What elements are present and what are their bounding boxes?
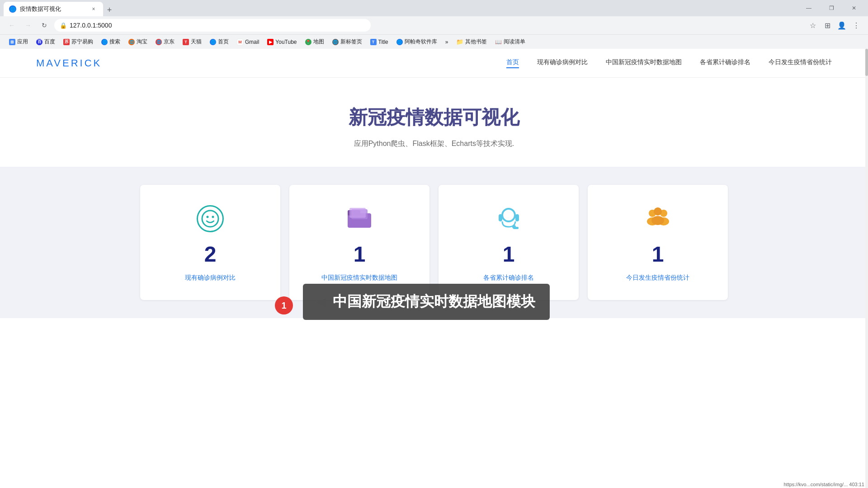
bookmark-readlist[interactable]: 📖 阅读清单 [491, 37, 529, 47]
svg-rect-11 [513, 227, 519, 229]
notification-badge: 1 [275, 296, 293, 314]
window-controls: — ❐ ✕ [798, 0, 864, 16]
scroll-thumb[interactable] [865, 49, 868, 76]
secure-icon: 🔒 [60, 22, 67, 29]
nav-rank[interactable]: 各省累计确诊排名 [700, 58, 750, 68]
apachi-favicon: 🌐 [396, 39, 403, 45]
card-rank[interactable]: 1 各省累计确诊排名 [439, 185, 579, 300]
bookmark-folder[interactable]: 📁 其他书签 [453, 37, 491, 47]
card-today-icon [642, 203, 674, 235]
forward-button[interactable]: → [22, 19, 34, 32]
bookmark-title-label: Title [378, 39, 388, 45]
bookmark-taobao[interactable]: 🌐 淘宝 [125, 37, 151, 47]
bookmark-search[interactable]: 🌐 搜索 [98, 37, 124, 47]
menu-button[interactable]: ⋮ [850, 19, 863, 32]
map-favicon: 📍 [305, 39, 311, 45]
bookmark-gmail-label: Gmail [245, 39, 259, 45]
nav-map[interactable]: 中国新冠疫情实时数据地图 [606, 58, 682, 68]
bookmark-suning-label: 苏宁易购 [71, 38, 93, 46]
extensions-button[interactable]: ⊞ [821, 19, 834, 32]
url-text: 127.0.0.1:5000 [70, 22, 112, 29]
bookmark-apps-label: 应用 [17, 38, 28, 46]
bookmark-youtube-label: YouTube [275, 39, 297, 45]
home-favicon: 🌐 [210, 39, 216, 45]
bookmark-newtab[interactable]: 🌐 新标签页 [329, 37, 366, 47]
svg-rect-8 [499, 214, 502, 221]
folder-icon: 📁 [456, 38, 463, 45]
card-map-number: 1 [354, 242, 366, 267]
bookmark-apps[interactable]: ⊞ 应用 [5, 37, 32, 47]
bookmark-map-label: 地图 [313, 38, 324, 46]
tab-close-button[interactable]: × [90, 5, 98, 13]
title-bar: 🌐 疫情数据可视化 × + — ❐ ✕ [0, 0, 868, 16]
status-url: https://kvo...com/static/img/... 403:11 [783, 482, 864, 487]
read-icon: 📖 [495, 39, 502, 45]
close-button[interactable]: ✕ [844, 0, 864, 16]
scroll-indicator[interactable] [865, 49, 868, 488]
maximize-button[interactable]: ❐ [821, 0, 842, 16]
svg-point-16 [654, 207, 662, 216]
search-favicon: 🌐 [101, 39, 108, 45]
tooltip-arrow-icon: ◀ [317, 296, 326, 308]
bookmark-suning[interactable]: 苏 苏宁易购 [60, 37, 97, 47]
bookmark-home[interactable]: 🌐 首页 [206, 37, 232, 47]
more-bookmarks-button[interactable]: » [442, 38, 452, 46]
title-favicon: T [370, 39, 377, 45]
bookmark-folder-label: 其他书签 [465, 38, 487, 46]
card-compare[interactable]: 2 现有确诊病例对比 [140, 185, 280, 300]
status-bar: https://kvo...com/static/img/... 403:11 [780, 481, 868, 488]
bookmark-title[interactable]: T Title [367, 38, 392, 46]
card-today[interactable]: 1 今日发生疫情省份统计 [588, 185, 728, 300]
bookmark-gmail[interactable]: M Gmail [233, 38, 263, 46]
back-button[interactable]: ← [5, 19, 18, 32]
card-compare-label: 现有确诊病例对比 [185, 274, 236, 282]
reload-button[interactable]: ↻ [38, 19, 51, 32]
bookmark-baidu[interactable]: 百 百度 [33, 37, 59, 47]
address-input[interactable]: 🔒 127.0.0.1:5000 [54, 19, 371, 32]
card-compare-icon [194, 203, 226, 235]
tab-title: 疫情数据可视化 [20, 5, 61, 13]
card-map[interactable]: 1 中国新冠疫情实时数据地图 [289, 185, 429, 300]
svg-point-0 [202, 211, 218, 227]
svg-point-2 [212, 216, 214, 218]
svg-point-7 [502, 209, 515, 221]
card-rank-icon [493, 203, 524, 235]
active-tab[interactable]: 🌐 疫情数据可视化 × [4, 2, 103, 16]
nav-compare[interactable]: 现有确诊病例对比 [537, 58, 588, 68]
bookmark-taobao-label: 淘宝 [137, 38, 147, 46]
svg-rect-6 [349, 208, 366, 218]
suning-favicon: 苏 [63, 39, 70, 45]
svg-point-1 [207, 216, 209, 218]
website-content: MAVERICK 首页 现有确诊病例对比 中国新冠疫情实时数据地图 各省累计确诊… [0, 49, 868, 488]
new-tab-button[interactable]: + [103, 4, 116, 16]
gmail-favicon: M [237, 39, 243, 45]
apps-favicon: ⊞ [9, 39, 15, 45]
bookmark-readlist-label: 阅读清单 [504, 38, 525, 46]
card-compare-number: 2 [204, 242, 217, 267]
star-button[interactable]: ☆ [807, 19, 819, 32]
bookmark-search-label: 搜索 [109, 38, 120, 46]
svg-rect-9 [515, 214, 519, 221]
bookmark-jd-label: 京东 [164, 38, 175, 46]
site-nav: MAVERICK 首页 现有确诊病例对比 中国新冠疫情实时数据地图 各省累计确诊… [0, 49, 868, 78]
nav-today[interactable]: 今日发生疫情省份统计 [769, 58, 832, 68]
tooltip-overlay: ◀ 中国新冠疫情实时数据地图模块 [303, 284, 550, 320]
cards-grid: 2 现有确诊病例对比 1 [36, 185, 832, 300]
jd-favicon: 🌐 [156, 39, 162, 45]
tmall-favicon: T [183, 39, 189, 45]
tab-favicon: 🌐 [9, 5, 16, 13]
bookmark-youtube[interactable]: ▶ YouTube [264, 38, 300, 46]
bookmark-map[interactable]: 📍 地图 [302, 37, 328, 47]
youtube-favicon: ▶ [267, 39, 274, 45]
bookmark-apachi[interactable]: 🌐 阿帕奇软件库 [393, 37, 441, 47]
bookmark-jd[interactable]: 🌐 京东 [152, 37, 178, 47]
baidu-favicon: 百 [36, 39, 42, 45]
bookmark-tmall[interactable]: T 天猫 [179, 37, 205, 47]
bookmark-newtab-label: 新标签页 [340, 38, 362, 46]
site-logo: MAVERICK [36, 57, 102, 69]
svg-point-17 [651, 216, 664, 225]
card-today-number: 1 [652, 242, 664, 267]
minimize-button[interactable]: — [798, 0, 819, 16]
nav-home[interactable]: 首页 [506, 58, 519, 68]
account-button[interactable]: 👤 [835, 19, 848, 32]
